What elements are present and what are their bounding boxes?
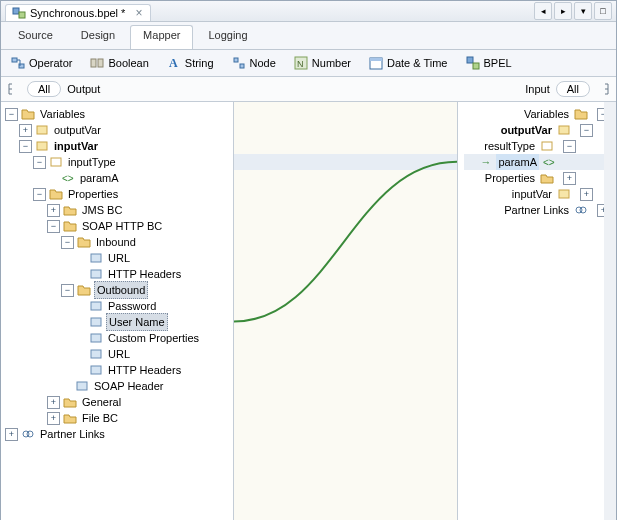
expand-icon[interactable]: + [580, 188, 593, 201]
property-icon [89, 267, 103, 281]
tree-node[interactable]: HTTP Headers [106, 266, 183, 282]
property-icon [89, 315, 103, 329]
left-output-label[interactable]: Output [67, 83, 100, 95]
folder-icon [540, 171, 554, 185]
tree-node[interactable]: Outbound [94, 281, 148, 299]
collapse-icon[interactable]: − [61, 236, 74, 249]
variable-icon [35, 139, 49, 153]
tree-node[interactable]: Variables [522, 106, 571, 122]
expand-icon[interactable]: + [563, 172, 576, 185]
tree-node[interactable]: Properties [483, 170, 537, 186]
prev-button[interactable]: ◂ [534, 2, 552, 20]
editor-tab[interactable]: Synchronous.bpel * × [5, 4, 151, 21]
tree-node[interactable]: File BC [80, 410, 120, 426]
tree-node-paramA[interactable]: paramA [496, 154, 539, 170]
tree-node[interactable]: HTTP Headers [106, 362, 183, 378]
tree-node[interactable]: Inbound [94, 234, 138, 250]
tree-node[interactable]: paramA [78, 170, 121, 186]
tab-logging[interactable]: Logging [195, 25, 260, 49]
collapse-icon[interactable]: − [580, 124, 593, 137]
svg-rect-21 [91, 302, 101, 310]
svg-rect-4 [91, 59, 96, 67]
next-button[interactable]: ▸ [554, 2, 572, 20]
tree-node[interactable]: resultType [482, 138, 537, 154]
tree-node[interactable]: Custom Properties [106, 330, 201, 346]
tree-node[interactable]: outputVar [499, 122, 554, 138]
tree-node[interactable]: General [80, 394, 123, 410]
svg-rect-7 [234, 58, 238, 62]
expand-icon[interactable]: + [47, 412, 60, 425]
svg-rect-19 [91, 254, 101, 262]
dropdown-button[interactable]: ▾ [574, 2, 592, 20]
source-tree[interactable]: −Variables +outputVar −inputVar −inputTy… [1, 102, 234, 520]
tree-icon[interactable] [596, 82, 610, 96]
operator-icon [11, 56, 25, 70]
collapse-icon[interactable]: − [33, 188, 46, 201]
tab-mapper[interactable]: Mapper [130, 25, 193, 49]
maximize-button[interactable]: □ [594, 2, 612, 20]
collapse-icon[interactable]: − [33, 156, 46, 169]
right-all-button[interactable]: All [556, 81, 590, 97]
tree-node[interactable]: inputType [66, 154, 118, 170]
svg-rect-8 [240, 64, 244, 68]
variable-icon [557, 123, 571, 137]
folder-open-icon [77, 283, 91, 297]
tree-node[interactable]: Password [106, 298, 158, 314]
property-icon [89, 251, 103, 265]
tree-node[interactable]: SOAP Header [92, 378, 166, 394]
type-icon [49, 155, 63, 169]
svg-rect-5 [98, 59, 103, 67]
expand-icon[interactable]: + [47, 204, 60, 217]
tree-node[interactable]: Partner Links [502, 202, 571, 218]
tree-node[interactable]: Variables [38, 106, 87, 122]
svg-text:<>: <> [543, 157, 555, 168]
expand-icon[interactable]: + [5, 428, 18, 441]
links-icon [574, 203, 588, 217]
close-icon[interactable]: × [133, 6, 144, 20]
tree-node[interactable]: Partner Links [38, 426, 107, 442]
svg-rect-22 [91, 318, 101, 326]
operator-button[interactable]: Operator [7, 54, 76, 72]
tree-node[interactable]: URL [106, 346, 132, 362]
links-icon [21, 427, 35, 441]
svg-rect-1 [19, 12, 25, 18]
tree-node[interactable]: inputVar [52, 138, 100, 154]
collapse-icon[interactable]: − [563, 140, 576, 153]
tree-icon[interactable] [7, 82, 21, 96]
svg-text:A: A [169, 56, 178, 70]
tree-node[interactable]: Properties [66, 186, 120, 202]
svg-rect-15 [37, 126, 47, 134]
svg-point-34 [580, 207, 586, 213]
collapse-icon[interactable]: − [19, 140, 32, 153]
svg-rect-30 [542, 142, 552, 150]
node-icon [232, 56, 246, 70]
mapping-canvas[interactable] [234, 102, 458, 520]
svg-text:N: N [297, 59, 304, 69]
bpel-button[interactable]: BPEL [462, 54, 516, 72]
right-input-label[interactable]: Input [525, 83, 549, 95]
collapse-icon[interactable]: − [61, 284, 74, 297]
tree-node[interactable]: URL [106, 250, 132, 266]
string-button[interactable]: A String [163, 54, 218, 72]
collapse-icon[interactable]: − [5, 108, 18, 121]
node-button[interactable]: Node [228, 54, 280, 72]
svg-rect-32 [559, 190, 569, 198]
number-button[interactable]: N Number [290, 54, 355, 72]
expand-icon[interactable]: + [47, 396, 60, 409]
tree-node[interactable]: outputVar [52, 122, 103, 138]
left-all-button[interactable]: All [27, 81, 61, 97]
tree-node[interactable]: inputVar [510, 186, 554, 202]
property-icon [89, 299, 103, 313]
svg-rect-12 [370, 58, 382, 61]
tab-source[interactable]: Source [5, 25, 66, 49]
expand-icon[interactable]: + [19, 124, 32, 137]
boolean-button[interactable]: Boolean [86, 54, 152, 72]
tab-design[interactable]: Design [68, 25, 128, 49]
tree-node-username[interactable]: User Name [106, 313, 168, 331]
scrollbar[interactable] [604, 102, 616, 520]
datetime-button[interactable]: Date & Time [365, 54, 452, 72]
collapse-icon[interactable]: − [47, 220, 60, 233]
tree-node[interactable]: JMS BC [80, 202, 124, 218]
target-tree[interactable]: Variables− outputVar− resultType− →param… [458, 102, 616, 520]
tree-node[interactable]: SOAP HTTP BC [80, 218, 164, 234]
